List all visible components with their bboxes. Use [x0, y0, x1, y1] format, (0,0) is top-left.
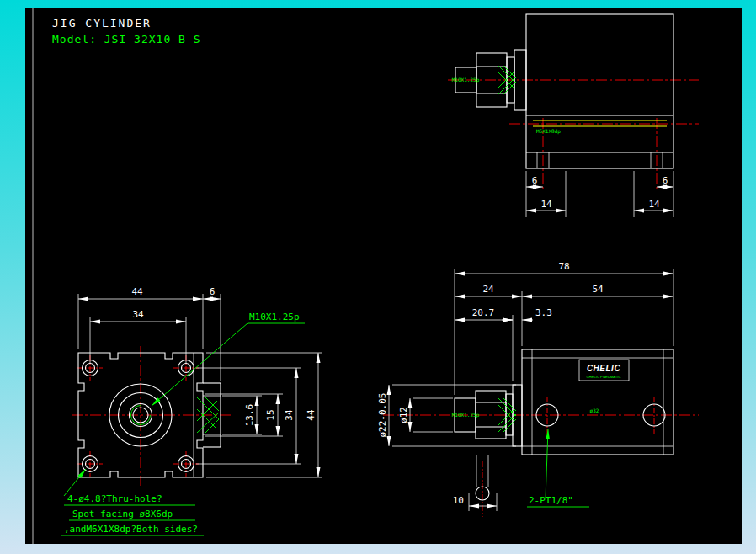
dim-left-6: 6 — [532, 175, 538, 186]
bore-label: ø32 — [590, 408, 599, 413]
dim-h-15: 15 — [265, 409, 276, 420]
brand-logo: CHELIC — [587, 364, 621, 373]
model-label: Model: JSI 32X10-B-S — [52, 33, 201, 45]
dim-54: 54 — [592, 284, 604, 295]
hole-note-line2: Spot facing ø8X6dp — [72, 509, 173, 519]
dim-left-14: 14 — [540, 199, 552, 210]
dim-10: 10 — [453, 495, 464, 506]
dim-tab-6: 6 — [210, 286, 216, 297]
dim-width-34: 34 — [132, 309, 144, 320]
hole-note-line3: ,andM6X1X8dp?Both sides? — [64, 524, 198, 535]
rod-thread-label-side: M10X1.25p — [452, 412, 480, 418]
thread-label-front: M10X1.25p — [249, 312, 300, 322]
dim-3-3: 3.3 — [535, 307, 552, 318]
rod-thread-label-top: M10X1.25p — [452, 77, 480, 83]
dim-h-34: 34 — [284, 409, 295, 421]
dim-78: 78 — [558, 261, 569, 272]
dia-22-label: ø22-0.05 — [377, 393, 388, 438]
band-thread-label-top: M6X1X8dp — [536, 128, 561, 135]
dim-h-13-6: 13.6 — [244, 404, 255, 427]
dim-24: 24 — [482, 284, 494, 295]
brand-logo-subtext: CHELIC PNEUMATIC — [587, 375, 621, 379]
dim-h-44: 44 — [306, 409, 317, 421]
dim-width-44: 44 — [131, 286, 143, 297]
hole-note-line1: 4-ø4.8?Thru-hole? — [67, 493, 162, 504]
dim-20-7: 20.7 — [472, 307, 495, 318]
port-label: 2-PT1/8" — [529, 495, 573, 506]
drawing-sheet — [25, 8, 742, 544]
dim-right-14: 14 — [648, 199, 660, 210]
dim-right-6: 6 — [663, 175, 668, 186]
dia-12-label: ø12 — [398, 407, 409, 423]
cad-viewport[interactable]: JIG CYLINDER Model: JSI 32X10-B-S — [0, 0, 756, 554]
drawing-title: JIG CYLINDER — [52, 17, 152, 29]
